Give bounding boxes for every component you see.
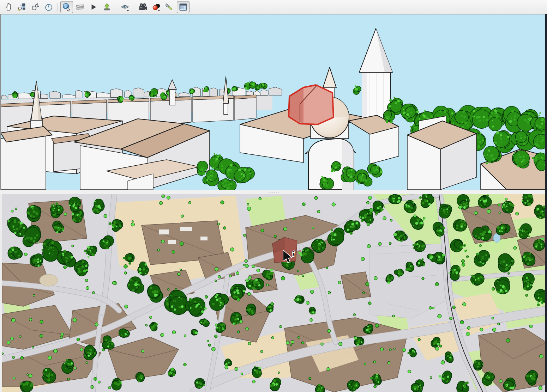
view-splitter[interactable] bbox=[0, 190, 547, 194]
toolbar-button-render-sphere[interactable] bbox=[150, 1, 163, 13]
orbit-circles-icon bbox=[31, 2, 40, 12]
splitter-grip-dot bbox=[270, 192, 271, 192]
map-2d-view[interactable]: i bbox=[0, 194, 547, 392]
toolbar-button-compass-rotate[interactable] bbox=[42, 1, 55, 13]
movie-camera-icon bbox=[138, 2, 148, 12]
svg-text:i: i bbox=[292, 250, 294, 258]
toolbar-button-table-window[interactable] bbox=[177, 1, 190, 13]
toolbar-button-fly-up-arrow[interactable] bbox=[101, 1, 113, 13]
wrench-tools-icon bbox=[165, 2, 174, 12]
toolbar-button-wrench-tools[interactable] bbox=[163, 1, 176, 13]
toolbar-separator bbox=[116, 3, 116, 11]
window-edge bbox=[545, 14, 547, 392]
scene-3d-canvas[interactable] bbox=[1, 14, 547, 190]
visibility-eye-icon bbox=[120, 2, 130, 12]
application-window: i i bbox=[0, 0, 547, 392]
compass-rotate-icon bbox=[44, 2, 53, 12]
play-triangle-icon bbox=[89, 2, 98, 12]
render-sphere-icon bbox=[152, 2, 161, 12]
toolbar-button-visibility-eye[interactable] bbox=[119, 1, 131, 13]
toolbar-button-movie-camera[interactable] bbox=[137, 1, 149, 13]
toolbar: i bbox=[0, 0, 547, 14]
splitter-grip-dot bbox=[272, 192, 273, 192]
splitter-grip-dot bbox=[274, 192, 275, 192]
splitter-grip-dot bbox=[276, 192, 277, 192]
fly-up-arrow-icon bbox=[102, 2, 112, 12]
scene-3d-view[interactable] bbox=[0, 14, 547, 190]
toolbar-button-pan-hand[interactable] bbox=[2, 1, 15, 13]
toolbar-separator bbox=[134, 3, 134, 11]
pan-hand-icon bbox=[4, 2, 13, 12]
map-2d-canvas[interactable]: i bbox=[2, 194, 547, 392]
identify-info-cursor-icon: i bbox=[62, 2, 71, 12]
toolbar-button-orbit-circles[interactable] bbox=[29, 1, 42, 13]
toolbar-button-play-triangle[interactable] bbox=[87, 1, 100, 13]
toolbar-button-identify-info-cursor[interactable]: i bbox=[60, 1, 73, 13]
table-window-icon bbox=[179, 2, 188, 12]
toolbar-button-measure-ruler[interactable] bbox=[74, 1, 86, 13]
splitter-grip-dot bbox=[268, 192, 269, 192]
navigate-objects-icon bbox=[17, 2, 26, 12]
svg-text:i: i bbox=[65, 4, 67, 8]
toolbar-button-navigate-objects[interactable] bbox=[16, 1, 28, 13]
splitter-grip-dot bbox=[278, 192, 279, 192]
measure-ruler-icon bbox=[76, 2, 85, 12]
toolbar-separator bbox=[58, 3, 58, 11]
city-3d-graphics bbox=[1, 14, 547, 190]
